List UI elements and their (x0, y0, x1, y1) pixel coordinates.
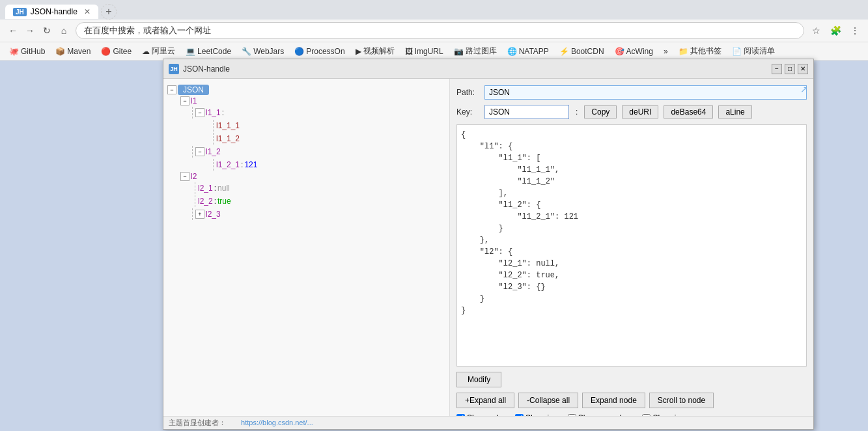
l2_2-value: true (217, 197, 231, 206)
tree-node-l2_2[interactable]: l2_2 : true (166, 195, 447, 208)
l1_2_1-key-label: l1_2_1 (216, 160, 240, 169)
key-label: Key: (456, 107, 479, 117)
bookmark-more[interactable]: » (660, 46, 672, 57)
tree-node-l2_3[interactable]: l2_3 (166, 208, 447, 221)
path-input[interactable] (484, 85, 807, 100)
bookmark-imgurl[interactable]: 🖼 ImgURL (401, 46, 447, 57)
menu-button[interactable]: ⋮ (847, 23, 863, 38)
tab-bar: JH JSON-handle ✕ + (0, 0, 868, 20)
tree-node-l1_1_2[interactable]: l1_1_2 (166, 132, 447, 145)
bookmark-natapp[interactable]: 🌐 NATAPP (503, 46, 553, 57)
status-text: 主题首显创建者： (169, 419, 226, 426)
l1_2-key-label: l1_2 (206, 147, 221, 156)
l1_1_2-label: l1_1_2 (216, 134, 240, 143)
root-node-label: JSON (178, 85, 209, 95)
l2_1-value: null (217, 184, 230, 193)
scroll-to-node-button[interactable]: Scroll to node (649, 393, 714, 408)
aline-button[interactable]: aLine (718, 105, 751, 118)
browser-chrome: JH JSON-handle ✕ + ← → ↻ ⌂ 在百度中搜索，或者输入一个… (0, 0, 868, 61)
nav-buttons: ← → ↻ ⌂ (5, 23, 72, 38)
tree-panel: JSON l1 l1_1 : l1_1_1 l1_1 (163, 79, 450, 429)
path-row: Path: (456, 85, 807, 100)
tree-node-l2_1[interactable]: l2_1 : null (166, 182, 447, 195)
maximize-button[interactable]: □ (785, 64, 795, 74)
status-url: https://blog.csdn.net/... (241, 419, 313, 426)
nav-bar: ← → ↻ ⌂ 在百度中搜索，或者输入一个网址 ☆ 🧩 ⋮ (0, 20, 868, 42)
bookmark-aliyun[interactable]: ☁ 阿里云 (138, 44, 179, 58)
copy-button[interactable]: Copy (584, 105, 617, 118)
l1-key-label: l1 (191, 96, 197, 105)
bookmarks-bar: 🐙 GitHub 📦 Maven 🔴 Gitee ☁ 阿里云 💻 LeetCod… (0, 42, 868, 61)
key-input[interactable] (484, 105, 569, 119)
bookmark-bootcdn[interactable]: ⚡ BootCDN (555, 46, 608, 57)
tab-close[interactable]: ✕ (84, 7, 91, 16)
bookmark-processon[interactable]: 🔵 ProcessOn (290, 46, 348, 57)
debase64-button[interactable]: deBase64 (664, 105, 713, 118)
l2-expand-btn[interactable] (180, 172, 189, 181)
tab-icon: JH (13, 8, 27, 16)
status-bar: 主题首显创建者： https://blog.csdn.net/... (163, 416, 813, 429)
json-textarea[interactable]: { "l1": { "l1_1": [ "l1_1_1", "l1_1_2" ]… (456, 124, 807, 367)
bookmark-webjars[interactable]: 🔧 WebJars (238, 46, 288, 57)
l1_2-expand-btn[interactable] (195, 147, 204, 156)
title-bar: JH JSON-handle − □ ✕ (163, 59, 813, 79)
home-button[interactable]: ⌂ (56, 23, 72, 38)
l2_1-key-label: l2_1 (198, 184, 213, 193)
key-colon: : (576, 107, 578, 117)
l1_1-expand-btn[interactable] (195, 108, 204, 117)
l2_3-expand-btn[interactable] (195, 210, 204, 219)
bookmark-gitee[interactable]: 🔴 Gitee (97, 46, 135, 57)
tree-node-l1_2[interactable]: l1_2 (166, 145, 447, 158)
tree-node-l2[interactable]: l2 (166, 171, 447, 182)
l1_1-separator: : (222, 108, 224, 117)
modify-button[interactable]: Modify (456, 372, 501, 387)
tree-node-l1[interactable]: l1 (166, 96, 447, 106)
minimize-button[interactable]: − (772, 64, 782, 74)
l2_3-key-label: l2_3 (206, 210, 221, 219)
root-expand-btn[interactable] (167, 85, 176, 94)
app-content: JSON l1 l1_1 : l1_1_1 l1_1 (163, 79, 813, 429)
extensions-button[interactable]: 🧩 (828, 23, 843, 38)
bookmark-other[interactable]: 📁 其他书签 (675, 44, 725, 58)
bookmark-leetcode[interactable]: 💻 LeetCode (182, 46, 235, 57)
close-button[interactable]: ✕ (798, 64, 808, 74)
app-title: JSON-handle (183, 64, 772, 74)
l1_1-key-label: l1_1 (206, 108, 221, 117)
bookmark-maven[interactable]: 📦 Maven (51, 46, 94, 57)
reload-button[interactable]: ↻ (39, 23, 55, 38)
bookmark-reading[interactable]: 📄 阅读清单 (728, 44, 779, 58)
l1-expand-btn[interactable] (180, 96, 189, 105)
bookmark-luoguo[interactable]: 📷 路过图库 (450, 44, 501, 58)
corner-arrow-icon: ↗ (800, 84, 808, 94)
l1_1_1-label: l1_1_1 (216, 121, 240, 130)
path-label: Path: (456, 88, 479, 97)
address-text: 在百度中搜索，或者输入一个网址 (84, 25, 211, 36)
key-row: Key: : Copy deURI deBase64 aLine (456, 105, 807, 119)
expand-node-button[interactable]: Expand node (582, 393, 645, 408)
app-icon: JH (169, 64, 179, 74)
tree-node-l1_1[interactable]: l1_1 : (166, 106, 447, 119)
bookmark-star[interactable]: ☆ (808, 23, 824, 38)
new-tab-button[interactable]: + (101, 4, 117, 20)
back-button[interactable]: ← (5, 23, 21, 38)
bookmark-github[interactable]: 🐙 GitHub (5, 46, 49, 57)
app-window: JH JSON-handle − □ ✕ JSON l1 (163, 59, 814, 430)
active-tab[interactable]: JH JSON-handle ✕ (5, 5, 98, 19)
bottom-buttons: +Expand all -Collapse all Expand node Sc… (456, 393, 807, 408)
deuri-button[interactable]: deURI (622, 105, 658, 118)
right-panel: ↗ Path: Key: : Copy deURI deBase64 aLine… (450, 79, 813, 429)
tree-node-l1_1_1[interactable]: l1_1_1 (166, 119, 447, 132)
l1_2_1-value: 121 (244, 160, 257, 169)
address-bar[interactable]: 在百度中搜索，或者输入一个网址 (76, 22, 804, 39)
bookmark-video[interactable]: ▶ 视频解析 (352, 44, 399, 58)
window-controls: − □ ✕ (772, 64, 808, 74)
tab-title: JSON-handle (31, 7, 77, 16)
forward-button[interactable]: → (22, 23, 38, 38)
l2_2-key-label: l2_2 (198, 197, 213, 206)
tree-root-node[interactable]: JSON (166, 84, 447, 96)
bookmark-acwing[interactable]: 🎯 AcWing (611, 46, 657, 57)
l2-key-label: l2 (191, 172, 197, 181)
tree-node-l1_2_1[interactable]: l1_2_1 : 121 (166, 158, 447, 171)
collapse-all-button[interactable]: -Collapse all (518, 393, 578, 408)
expand-all-button[interactable]: +Expand all (456, 393, 514, 408)
